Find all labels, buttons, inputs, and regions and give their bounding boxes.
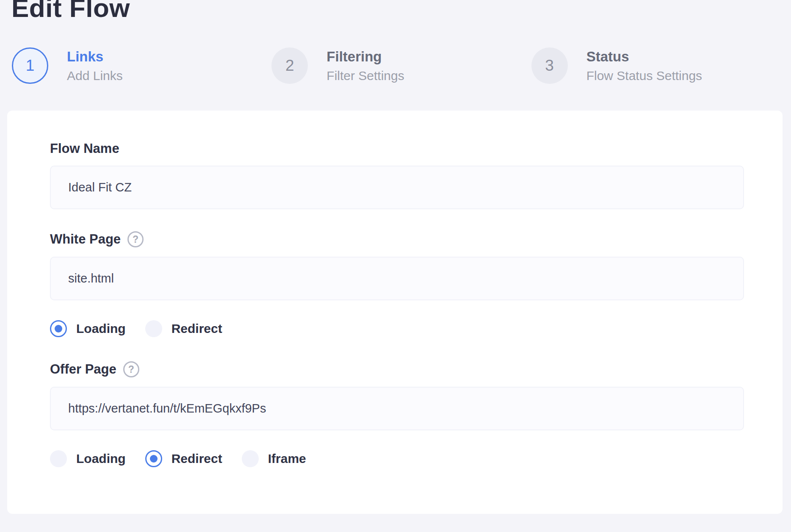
step-title: Links (67, 49, 123, 65)
radio-icon (242, 450, 259, 467)
radio-icon (50, 320, 67, 337)
step-filtering[interactable]: 2 Filtering Filter Settings (271, 47, 531, 84)
step-number-badge: 1 (12, 47, 48, 84)
step-texts: Filtering Filter Settings (326, 49, 404, 83)
radio-icon (50, 450, 67, 467)
offer-page-mode-redirect[interactable]: Redirect (145, 450, 222, 467)
step-texts: Status Flow Status Settings (586, 49, 702, 83)
white-page-mode-redirect[interactable]: Redirect (145, 320, 222, 337)
radio-label: Iframe (268, 452, 306, 466)
step-subtitle: Flow Status Settings (586, 69, 702, 83)
edit-flow-page: Edit Flow 1 Links Add Links 2 Filtering … (0, 0, 791, 528)
radio-label: Redirect (171, 321, 222, 336)
page-title: Edit Flow (11, 0, 791, 20)
step-title: Filtering (326, 49, 404, 65)
white-page-input[interactable] (50, 257, 744, 300)
step-links[interactable]: 1 Links Add Links (12, 47, 271, 84)
white-page-mode-radios: Loading Redirect (50, 320, 744, 337)
offer-page-mode-iframe[interactable]: Iframe (242, 450, 306, 467)
offer-page-mode-radios: Loading Redirect Iframe (50, 450, 744, 467)
links-form-card: Flow Name White Page ? Loading Redirect … (7, 111, 783, 514)
white-page-label: White Page (50, 232, 121, 247)
flow-name-input[interactable] (50, 166, 744, 209)
help-icon[interactable]: ? (127, 231, 144, 247)
radio-label: Redirect (171, 452, 222, 466)
offer-page-label: Offer Page (50, 362, 116, 377)
white-page-mode-loading[interactable]: Loading (50, 320, 126, 337)
radio-label: Loading (76, 321, 126, 336)
white-page-label-row: White Page ? (50, 231, 744, 247)
radio-icon (145, 320, 162, 337)
wizard-stepper: 1 Links Add Links 2 Filtering Filter Set… (12, 47, 791, 84)
offer-page-input[interactable] (50, 387, 744, 430)
help-icon[interactable]: ? (123, 361, 139, 377)
step-number-badge: 3 (531, 47, 568, 84)
step-title: Status (586, 49, 702, 65)
step-texts: Links Add Links (67, 49, 123, 83)
radio-label: Loading (76, 452, 126, 466)
step-subtitle: Add Links (67, 69, 123, 83)
step-status[interactable]: 3 Status Flow Status Settings (531, 47, 791, 84)
step-subtitle: Filter Settings (326, 69, 404, 83)
radio-icon (145, 450, 162, 467)
step-number-badge: 2 (271, 47, 308, 84)
offer-page-label-row: Offer Page ? (50, 361, 744, 377)
flow-name-label: Flow Name (50, 141, 744, 156)
offer-page-mode-loading[interactable]: Loading (50, 450, 126, 467)
